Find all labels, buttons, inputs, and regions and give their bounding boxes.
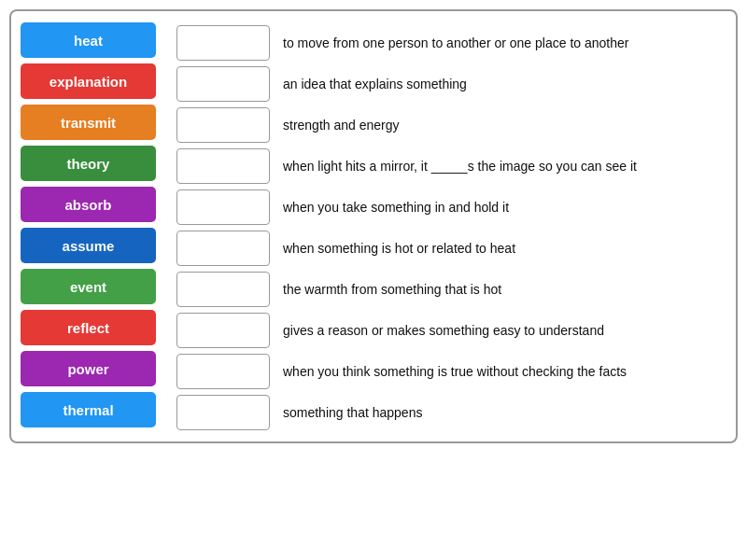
word-btn-transmit[interactable]: transmit [21, 105, 156, 140]
word-btn-power[interactable]: power [21, 351, 156, 386]
match-box-4[interactable] [176, 189, 270, 225]
match-box-1[interactable] [176, 66, 270, 102]
definition-0: to move from one person to another or on… [283, 25, 726, 61]
word-btn-reflect[interactable]: reflect [21, 310, 156, 345]
match-box-5[interactable] [176, 231, 270, 266]
definition-1: an idea that explains something [283, 66, 726, 102]
match-box-7[interactable] [176, 313, 270, 348]
match-box-2[interactable] [176, 107, 270, 143]
word-btn-theory[interactable]: theory [21, 146, 156, 181]
match-box-6[interactable] [176, 272, 270, 307]
definition-8: when you think something is true without… [283, 354, 726, 389]
main-container: heatexplanationtransmittheoryabsorbassum… [9, 9, 738, 443]
word-btn-thermal[interactable]: thermal [21, 392, 156, 427]
word-btn-absorb[interactable]: absorb [21, 187, 156, 222]
definition-2: strength and energy [283, 107, 726, 143]
match-box-9[interactable] [176, 395, 270, 430]
match-box-8[interactable] [176, 354, 270, 389]
definition-7: gives a reason or makes something easy t… [283, 313, 726, 348]
word-btn-heat[interactable]: heat [21, 22, 156, 58]
word-column: heatexplanationtransmittheoryabsorbassum… [21, 22, 165, 430]
definition-9: something that happens [283, 395, 726, 430]
word-btn-assume[interactable]: assume [21, 228, 156, 263]
definition-6: the warmth from something that is hot [283, 272, 726, 307]
word-btn-event[interactable]: event [21, 269, 156, 304]
match-box-column [165, 22, 270, 430]
definition-column: to move from one person to another or on… [270, 22, 726, 430]
match-box-3[interactable] [176, 148, 270, 184]
match-box-0[interactable] [176, 25, 270, 61]
word-btn-explanation[interactable]: explanation [21, 63, 156, 99]
definition-5: when something is hot or related to heat [283, 231, 726, 266]
definition-4: when you take something in and hold it [283, 189, 726, 225]
definition-3: when light hits a mirror, it _____s the … [283, 148, 726, 184]
